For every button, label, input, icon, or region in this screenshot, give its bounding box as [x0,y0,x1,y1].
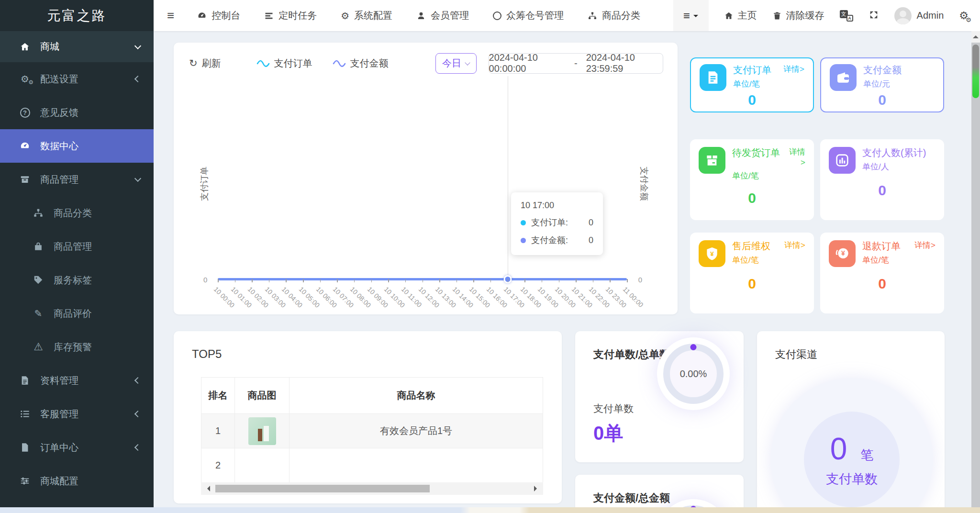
scroll-up-arrow-icon[interactable] [971,31,980,43]
trash-icon [772,11,782,21]
range-select-value: 今日 [442,57,461,70]
language-translate-icon[interactable]: 文A [840,10,853,22]
x-axis-tick [524,279,525,282]
chart-header: 刷新 支付订单 支付金额 今日 2024-04-10 00:00:00 - 20… [189,53,663,73]
settings-gears-icon[interactable] [959,10,969,22]
refresh-icon [189,57,198,69]
sidebar-item-label: 订单中心 [40,441,78,454]
sitemap-icon [32,208,45,218]
x-axis-labels: 10 00:0010 01:0010 02:0010 03:0010 04:00… [218,285,627,319]
sidebar-item-product-category[interactable]: 商品分类 [0,196,154,230]
sidebar-item-label: 商城 [40,40,59,53]
top-navigation: 控制台 定时任务 系统配置 会员管理 众筹仓号管理 商品分类 [197,9,640,22]
x-axis-tick [508,279,509,282]
sidebar: 元富之路 商城 配送设置 意见反馈 数据中心 商品管理 商品分类 [0,0,154,513]
channel-inner-circle: 0 笔 支付单数 [804,412,900,507]
legend-pay-amount[interactable]: 支付金额 [333,57,389,70]
username: Admin [917,10,944,21]
stat-title: 支付订单 [733,64,771,76]
wave-icon [256,59,270,67]
sidebar-item-material-management[interactable]: 资料管理 [0,364,154,397]
sitemap-icon [588,11,597,21]
sidebar-item-delivery-settings[interactable]: 配送设置 [0,62,154,96]
sidebar-item-mall[interactable]: 商城 [0,31,154,62]
gears-icon [18,73,32,85]
channel-unit: 笔 [860,446,873,464]
warning-triangle-icon [32,341,45,353]
x-axis-tick [218,279,219,282]
sidebar-item-label: 库存预警 [54,341,92,354]
scroll-left-arrow-icon[interactable] [204,486,210,491]
sidebar-item-feedback[interactable]: 意见反馈 [0,96,154,129]
sidebar-item-data-center[interactable]: 数据中心 [0,129,154,163]
fullscreen-icon[interactable] [869,10,879,22]
stat-value: 0 [699,276,805,292]
question-circle-icon [18,108,32,118]
legend-label: 支付金额 [350,57,389,70]
sidebar-item-label: 意见反馈 [40,106,78,119]
payment-chart-card: 刷新 支付订单 支付金额 今日 2024-04-10 00:00:00 - 20… [174,43,678,314]
nav-item-crowdfunding[interactable]: 众筹仓号管理 [493,9,564,22]
nav-item-scheduled-tasks[interactable]: 定时任务 [264,9,317,22]
y-axis-left-tick: 0 [203,276,207,284]
user-menu[interactable]: Admin [894,7,944,24]
top5-table: 排名 商品图 商品名称 1 有效会员产品1号 2 [201,377,543,483]
pay-channel-card: 支付渠道 0 笔 支付单数 [757,331,945,513]
x-axis-tick [269,279,270,282]
gauge-label: 支付单数 [593,402,634,415]
stat-value: 0 [699,190,805,206]
sidebar-item-goods-management[interactable]: 商品管理 [0,230,154,263]
menu-dropdown-button[interactable] [673,0,709,31]
scrollbar-thumb[interactable] [215,485,430,492]
date-range-input[interactable]: 2024-04-10 00:00:00 - 2024-04-10 23:59:5… [489,53,663,74]
sidebar-item-product-management[interactable]: 商品管理 [0,163,154,196]
stat-detail-link[interactable]: 详情> [783,64,804,76]
topbar: 控制台 定时任务 系统配置 会员管理 众筹仓号管理 商品分类 [154,0,980,31]
stat-detail-link[interactable]: 详情> [784,240,805,252]
sidebar-item-product-reviews[interactable]: 商品评价 [0,297,154,330]
nav-label: 系统配置 [354,9,392,22]
nav-item-console[interactable]: 控制台 [197,9,240,22]
home-link[interactable]: 主页 [724,9,757,22]
legend-pay-orders[interactable]: 支付订单 [256,57,312,70]
stat-detail-link[interactable]: 详情 > [784,147,805,168]
stat-card-pay-users: 支付人数(累计) 单位/人 0 [820,139,944,220]
sidebar-item-customer-service[interactable]: 客服管理 [0,397,154,431]
wave-icon [333,59,346,67]
scrollbar-thumb[interactable] [972,45,979,98]
scroll-right-arrow-icon[interactable] [534,486,540,491]
table-row[interactable]: 2 [201,448,543,483]
nav-label: 会员管理 [431,9,469,22]
refund-coin-icon: ¥ [829,240,856,267]
chevron-left-icon [134,444,141,451]
tooltip-title: 10 17:00 [521,201,593,211]
nav-item-product-category[interactable]: 商品分类 [588,9,640,22]
gauge-title: 支付金额/总金额 [593,491,744,505]
sidebar-item-label: 配送设置 [40,73,78,86]
sidebar-item-stock-warning[interactable]: 库存预警 [0,330,154,364]
tooltip-value: 0 [589,235,593,245]
refresh-button[interactable]: 刷新 [189,57,221,70]
date-range-select[interactable]: 今日 [435,53,477,74]
x-axis-tick [371,279,372,282]
tooltip-label: 支付金额: [531,234,568,246]
horizontal-scrollbar[interactable] [201,482,543,495]
sidebar-item-mall-config[interactable]: 商城配置 [0,464,154,498]
table-row[interactable]: 1 有效会员产品1号 [201,414,543,448]
series-dot-icon [521,220,526,225]
x-axis-tick [576,279,577,282]
nav-label: 定时任务 [278,9,317,22]
nav-item-member-management[interactable]: 会员管理 [416,9,469,22]
vertical-scrollbar[interactable] [971,31,980,507]
stat-card-pay-amount: 支付金额 单位/元 0 [820,57,944,112]
nav-item-system-config[interactable]: 系统配置 [341,9,392,22]
x-axis-tick [439,279,440,282]
sidebar-item-order-center[interactable]: 订单中心 [0,431,154,464]
chart-tooltip: 10 17:00 支付订单: 0 支付金额: 0 [511,192,603,255]
sidebar-item-service-tags[interactable]: 服务标签 [0,263,154,297]
clear-cache-button[interactable]: 清除缓存 [772,9,824,22]
user-icon [416,11,426,21]
sidebar-toggle-icon[interactable] [154,8,188,23]
stat-detail-link[interactable]: 详情> [914,240,935,252]
edit-icon [32,308,45,319]
